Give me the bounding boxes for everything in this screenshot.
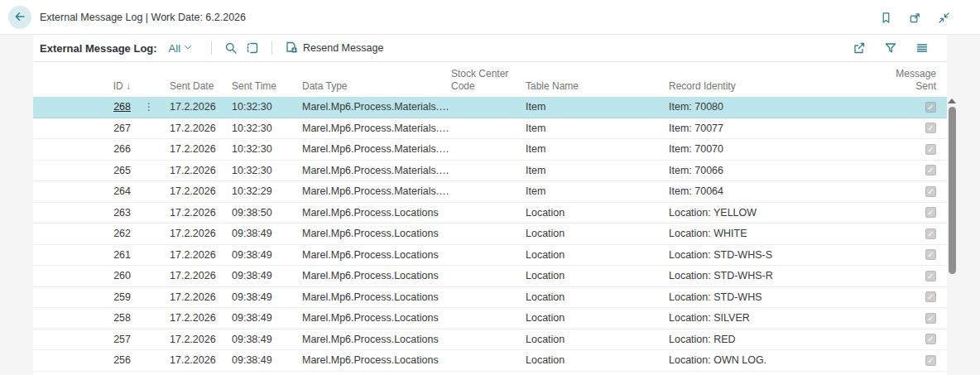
cell-id[interactable]: 262 xyxy=(33,228,132,239)
cell-id[interactable]: 268 xyxy=(33,101,132,113)
cell-sent-time: 09:38:49 xyxy=(232,270,302,281)
back-button[interactable] xyxy=(8,6,31,29)
resend-message-button[interactable]: Resend Message xyxy=(281,37,387,60)
cell-message-sent: ✓ xyxy=(877,334,947,344)
view-filter-dropdown[interactable]: All xyxy=(169,42,193,55)
filter-icon[interactable] xyxy=(882,40,899,56)
message-sent-checkbox: ✓ xyxy=(925,228,936,239)
cell-row-menu: ⋮ xyxy=(132,123,170,134)
table-row[interactable]: 263 ⋮ 17.2.2026 09:38:50 Marel.Mp6.Proce… xyxy=(33,203,947,224)
table-row[interactable]: 258 ⋮ 17.2.2026 09:38:49 Marel.Mp6.Proce… xyxy=(33,308,947,329)
open-in-new-window-icon[interactable] xyxy=(907,10,923,26)
id-link[interactable]: 256 xyxy=(113,354,131,366)
message-sent-checkbox: ✓ xyxy=(925,186,936,197)
cell-sent-time: 09:38:49 xyxy=(232,334,302,345)
list-view-icon[interactable] xyxy=(914,40,930,56)
message-sent-checkbox: ✓ xyxy=(925,123,936,133)
analyze-icon[interactable] xyxy=(242,38,263,58)
cell-data-type: Marel.Mp6.Process.Locations xyxy=(302,228,451,239)
column-header-sent-date[interactable]: Sent Date xyxy=(170,80,232,93)
cell-message-sent: ✓ xyxy=(877,207,947,218)
cell-record-identity: Item: 70066 xyxy=(669,165,877,176)
id-link[interactable]: 266 xyxy=(113,143,131,155)
scrollbar-thumb[interactable] xyxy=(949,107,956,274)
cell-id[interactable]: 267 xyxy=(33,123,132,134)
cell-id[interactable]: 256 xyxy=(33,354,132,366)
column-header-id-label: ID xyxy=(113,80,123,92)
chevron-down-icon xyxy=(183,42,193,55)
cell-record-identity: Location: STD-WHS xyxy=(669,291,877,303)
table-row[interactable]: 256 ⋮ 17.2.2026 09:38:49 Marel.Mp6.Proce… xyxy=(33,350,947,372)
id-link[interactable]: 263 xyxy=(113,207,131,219)
id-link[interactable]: 267 xyxy=(113,123,131,134)
bookmark-icon[interactable] xyxy=(878,10,894,26)
cell-sent-date: 17.2.2026 xyxy=(170,270,232,281)
id-link[interactable]: 261 xyxy=(113,249,131,261)
cell-sent-time: 09:38:49 xyxy=(232,291,302,303)
cell-message-sent: ✓ xyxy=(877,186,947,197)
column-header-stock-center-code[interactable]: Stock Center Code xyxy=(451,68,511,93)
column-header-table-name[interactable]: Table Name xyxy=(526,80,669,93)
table-row[interactable]: 267 ⋮ 17.2.2026 10:32:30 Marel.Mp6.Proce… xyxy=(33,118,947,140)
cell-data-type: Marel.Mp6.Process.Materials.Mate... xyxy=(302,101,451,113)
cell-sent-date: 17.2.2026 xyxy=(170,228,232,239)
cell-row-menu: ⋮ xyxy=(132,249,170,261)
table-row[interactable]: 260 ⋮ 17.2.2026 09:38:49 Marel.Mp6.Proce… xyxy=(33,266,947,287)
cell-id[interactable]: 265 xyxy=(33,165,132,176)
cell-id[interactable]: 260 xyxy=(33,270,132,281)
table-row[interactable]: 268 ⋮ 17.2.2026 10:32:30 Marel.Mp6.Proce… xyxy=(33,97,947,118)
table-row[interactable]: 261 ⋮ 17.2.2026 09:38:49 Marel.Mp6.Proce… xyxy=(33,245,947,267)
sort-descending-icon: ↓ xyxy=(126,80,131,92)
id-link[interactable]: 257 xyxy=(113,334,131,345)
collapse-icon[interactable] xyxy=(936,10,952,26)
page-title: External Message Log | Work Date: 6.2.20… xyxy=(40,0,246,35)
column-header-data-type[interactable]: Data Type xyxy=(302,80,451,93)
message-sent-checkbox: ✓ xyxy=(925,313,936,324)
column-header-message-sent[interactable]: Message Sent xyxy=(877,68,947,93)
id-link[interactable]: 259 xyxy=(113,291,131,303)
cell-id[interactable]: 264 xyxy=(33,185,132,197)
cell-id[interactable]: 257 xyxy=(33,334,132,345)
id-link[interactable]: 264 xyxy=(113,185,131,197)
cell-id[interactable]: 266 xyxy=(33,143,132,155)
cell-table-name: Location xyxy=(526,291,669,303)
cell-sent-date: 17.2.2026 xyxy=(170,165,232,176)
cell-sent-date: 17.2.2026 xyxy=(170,249,232,261)
id-link[interactable]: 265 xyxy=(113,165,131,176)
column-header-id[interactable]: ID ↓ xyxy=(33,80,132,93)
cell-sent-date: 17.2.2026 xyxy=(170,312,232,324)
table-row[interactable]: 257 ⋮ 17.2.2026 09:38:49 Marel.Mp6.Proce… xyxy=(33,329,947,351)
row-menu-icon[interactable]: ⋮ xyxy=(144,102,154,112)
id-link[interactable]: 268 xyxy=(113,101,131,113)
id-link[interactable]: 258 xyxy=(113,312,131,324)
id-link[interactable]: 262 xyxy=(113,228,131,239)
cell-id[interactable]: 258 xyxy=(33,312,132,324)
cell-sent-time: 10:32:30 xyxy=(232,165,302,176)
cell-id[interactable]: 259 xyxy=(33,291,132,303)
share-icon[interactable] xyxy=(851,40,867,56)
search-icon[interactable] xyxy=(220,38,242,58)
cell-id[interactable]: 263 xyxy=(33,207,132,219)
table-row[interactable]: 266 ⋮ 17.2.2026 10:32:30 Marel.Mp6.Proce… xyxy=(33,139,947,161)
cell-id[interactable]: 261 xyxy=(33,249,132,261)
table-header-row: ID ↓ Sent Date Sent Time Data Type Stock… xyxy=(33,62,947,97)
column-header-sent-time[interactable]: Sent Time xyxy=(232,80,302,93)
table-row[interactable]: 262 ⋮ 17.2.2026 09:38:49 Marel.Mp6.Proce… xyxy=(33,224,947,245)
cell-sent-date: 17.2.2026 xyxy=(170,185,232,197)
scroll-up-icon[interactable] xyxy=(948,99,956,103)
cell-record-identity: Item: 70070 xyxy=(669,143,877,155)
cell-data-type: Marel.Mp6.Process.Materials.Mate... xyxy=(302,185,451,197)
cell-sent-time: 09:38:50 xyxy=(232,207,302,219)
table-row[interactable]: 265 ⋮ 17.2.2026 10:32:30 Marel.Mp6.Proce… xyxy=(33,161,947,182)
vertical-scrollbar[interactable] xyxy=(948,97,956,375)
cell-message-sent: ✓ xyxy=(877,102,947,113)
cell-message-sent: ✓ xyxy=(877,291,947,302)
cell-row-menu: ⋮ xyxy=(132,270,170,281)
table-row[interactable]: 264 ⋮ 17.2.2026 10:32:29 Marel.Mp6.Proce… xyxy=(33,181,947,203)
cell-table-name: Location xyxy=(526,228,669,239)
id-link[interactable]: 260 xyxy=(113,270,131,281)
column-header-record-identity[interactable]: Record Identity xyxy=(669,80,877,93)
table-row[interactable]: 259 ⋮ 17.2.2026 09:38:49 Marel.Mp6.Proce… xyxy=(33,287,947,309)
cell-data-type: Marel.Mp6.Process.Materials.Mate... xyxy=(302,165,451,176)
cell-row-menu: ⋮ xyxy=(132,185,170,197)
